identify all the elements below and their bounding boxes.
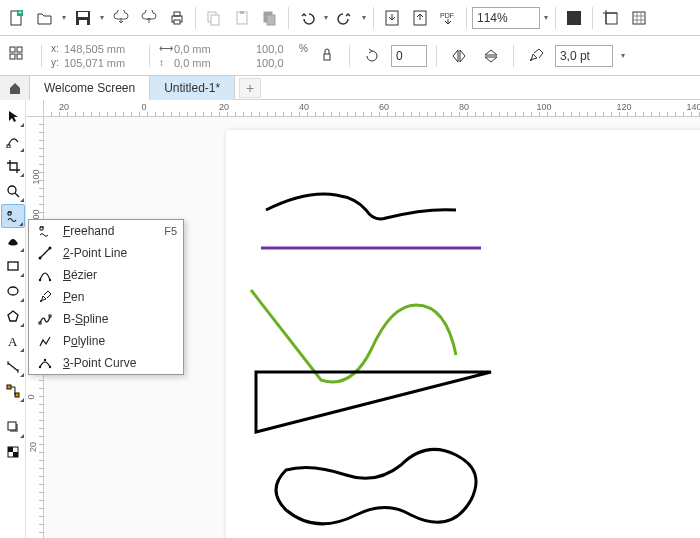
flyout-item-pen[interactable]: Pen bbox=[29, 286, 183, 308]
separator bbox=[195, 7, 196, 29]
pick-tool[interactable] bbox=[1, 104, 25, 128]
zoom-value: 114% bbox=[477, 11, 508, 25]
rotate-icon bbox=[359, 43, 385, 69]
connector-tool[interactable] bbox=[1, 379, 25, 403]
export-button[interactable] bbox=[407, 5, 433, 31]
flyout-label: 2-Point Line bbox=[63, 246, 177, 260]
svg-rect-8 bbox=[174, 20, 180, 24]
zoom-dropdown[interactable]: ▾ bbox=[542, 5, 550, 31]
svg-rect-34 bbox=[8, 422, 16, 430]
polygon-tool[interactable] bbox=[1, 304, 25, 328]
tab-welcome[interactable]: Welcome Screen bbox=[30, 76, 150, 100]
line-weight-input[interactable]: 3,0 pt bbox=[555, 45, 613, 67]
zoom-tool[interactable] bbox=[1, 179, 25, 203]
y-position[interactable]: 105,071 mm bbox=[64, 57, 140, 69]
svg-rect-7 bbox=[174, 12, 180, 16]
svg-rect-36 bbox=[8, 447, 13, 452]
open-file-button[interactable] bbox=[32, 5, 58, 31]
flyout-item-bspline[interactable]: B-Spline bbox=[29, 308, 183, 330]
print-button[interactable] bbox=[164, 5, 190, 31]
flyout-item-3point-curve[interactable]: 3-Point Curve bbox=[29, 352, 183, 374]
dimension-tool[interactable] bbox=[1, 354, 25, 378]
fullscreen-button[interactable] bbox=[561, 5, 587, 31]
presets-button[interactable] bbox=[6, 43, 32, 69]
separator bbox=[555, 7, 556, 29]
rulers-button[interactable] bbox=[598, 5, 624, 31]
svg-point-27 bbox=[8, 186, 16, 194]
toolbar-property: x:148,505 mm y:105,071 mm ⟷0,0 mm ↕0,0 m… bbox=[0, 36, 700, 76]
flyout-label: Freehand bbox=[63, 224, 156, 238]
rotation-input[interactable]: 0 bbox=[391, 45, 427, 67]
width-value[interactable]: 0,0 mm bbox=[174, 43, 250, 55]
save-dropdown[interactable]: ▾ bbox=[98, 5, 106, 31]
flyout-shortcut: F5 bbox=[164, 225, 177, 237]
freehand-tool[interactable] bbox=[1, 204, 25, 228]
flyout-item-2point-line[interactable]: 2-Point Line bbox=[29, 242, 183, 264]
redo-button[interactable] bbox=[332, 5, 358, 31]
outline-pen-icon bbox=[523, 43, 549, 69]
mirror-h-button[interactable] bbox=[446, 43, 472, 69]
copy-button[interactable] bbox=[201, 5, 227, 31]
separator bbox=[41, 45, 42, 67]
shape-tool[interactable] bbox=[1, 129, 25, 153]
freehand-curve bbox=[266, 194, 456, 219]
ellipse-tool[interactable] bbox=[1, 279, 25, 303]
separator bbox=[149, 45, 150, 67]
clone-button[interactable] bbox=[257, 5, 283, 31]
svg-rect-32 bbox=[15, 393, 19, 397]
save-button[interactable] bbox=[70, 5, 96, 31]
home-tab[interactable] bbox=[0, 76, 30, 100]
svg-rect-37 bbox=[13, 452, 18, 457]
undo-dropdown[interactable]: ▾ bbox=[322, 5, 330, 31]
svg-rect-43 bbox=[39, 322, 41, 324]
svg-point-46 bbox=[44, 359, 46, 361]
zoom-level-input[interactable]: 114% bbox=[472, 7, 540, 29]
document-tabs: Welcome Screen Untitled-1* + bbox=[0, 76, 700, 100]
line-weight-dropdown[interactable]: ▾ bbox=[619, 43, 627, 69]
flyout-item-freehand[interactable]: Freehand F5 bbox=[29, 220, 183, 242]
lock-ratio-button[interactable] bbox=[314, 43, 340, 69]
import-button[interactable] bbox=[379, 5, 405, 31]
svg-rect-19 bbox=[606, 13, 617, 24]
new-tab-button[interactable]: + bbox=[239, 78, 261, 98]
svg-text:A: A bbox=[8, 334, 18, 348]
height-value[interactable]: 0,0 mm bbox=[174, 57, 250, 69]
paste-button[interactable] bbox=[229, 5, 255, 31]
svg-point-29 bbox=[8, 287, 18, 295]
svg-rect-14 bbox=[267, 15, 275, 25]
svg-rect-12 bbox=[240, 11, 244, 14]
tab-untitled-1[interactable]: Untitled-1* bbox=[150, 76, 235, 100]
cloud-download-button[interactable] bbox=[108, 5, 134, 31]
svg-rect-4 bbox=[78, 12, 88, 17]
x-position[interactable]: 148,505 mm bbox=[64, 43, 140, 55]
open-dropdown[interactable]: ▾ bbox=[60, 5, 68, 31]
publish-pdf-button[interactable]: PDF bbox=[435, 5, 461, 31]
scale-x[interactable]: 100,0 bbox=[256, 43, 296, 55]
svg-rect-44 bbox=[49, 315, 51, 317]
blob-shape bbox=[276, 449, 476, 524]
drop-shadow-tool[interactable] bbox=[1, 415, 25, 439]
triangle bbox=[256, 372, 491, 432]
svg-rect-25 bbox=[324, 54, 330, 60]
ruler-origin[interactable] bbox=[26, 100, 44, 117]
mirror-v-button[interactable] bbox=[478, 43, 504, 69]
grid-button[interactable] bbox=[626, 5, 652, 31]
new-file-button[interactable]: + bbox=[4, 5, 30, 31]
rectangle-tool[interactable] bbox=[1, 254, 25, 278]
artistic-media-tool[interactable] bbox=[1, 229, 25, 253]
flyout-label: Polyline bbox=[63, 334, 177, 348]
ruler-horizontal[interactable]: 20 0 20 40 60 80 100 120 140 bbox=[44, 100, 700, 117]
crop-tool[interactable] bbox=[1, 154, 25, 178]
undo-button[interactable] bbox=[294, 5, 320, 31]
flyout-item-polyline[interactable]: Polyline bbox=[29, 330, 183, 352]
cloud-upload-button[interactable] bbox=[136, 5, 162, 31]
text-tool[interactable]: A bbox=[1, 329, 25, 353]
size-group: ⟷0,0 mm ↕0,0 mm bbox=[159, 43, 250, 69]
redo-dropdown[interactable]: ▾ bbox=[360, 5, 368, 31]
bspline-icon bbox=[35, 312, 55, 326]
scale-y[interactable]: 100,0 bbox=[256, 57, 296, 69]
flyout-item-bezier[interactable]: Bézier bbox=[29, 264, 183, 286]
svg-point-45 bbox=[39, 366, 41, 368]
transparency-tool[interactable] bbox=[1, 440, 25, 464]
separator bbox=[513, 45, 514, 67]
